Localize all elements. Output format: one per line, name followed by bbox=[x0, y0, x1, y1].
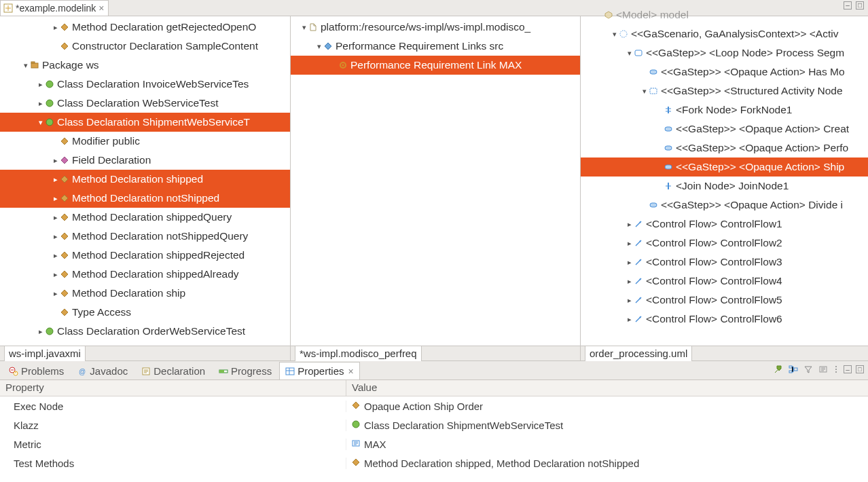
right-pane-tab[interactable]: order_processing.uml bbox=[585, 346, 692, 361]
tree-row[interactable]: ▾<<GaScenario, GaAnalysisContext>> <Acti… bbox=[581, 24, 868, 43]
property-row[interactable]: MetricMAX bbox=[0, 434, 868, 453]
tree-row-label: Package ws bbox=[42, 59, 99, 71]
tree-row[interactable]: ▾Class Declaration ShipmentWebServiceT bbox=[0, 113, 290, 132]
tree-row[interactable]: ▸<Control Flow> ControlFlow1 bbox=[581, 215, 868, 234]
chevron-down-icon[interactable]: ▾ bbox=[300, 23, 308, 32]
property-row[interactable]: Exec NodeOpaque Action Ship Order bbox=[0, 396, 868, 415]
chevron-right-icon[interactable]: ▸ bbox=[626, 277, 634, 286]
chevron-down-icon[interactable]: ▾ bbox=[22, 61, 30, 70]
chevron-down-icon[interactable]: ▾ bbox=[315, 42, 323, 51]
chevron-right-icon[interactable]: ▸ bbox=[37, 99, 45, 108]
chevron-right-icon[interactable]: ▸ bbox=[626, 296, 634, 305]
properties-body[interactable]: Exec NodeOpaque Action Ship OrderKlazzCl… bbox=[0, 396, 868, 482]
chevron-right-icon[interactable]: ▸ bbox=[37, 327, 45, 336]
tree-row[interactable]: <<GaStep>> <Opaque Action> Creat bbox=[581, 119, 868, 138]
tree-row[interactable]: ▸<Control Flow> ControlFlow4 bbox=[581, 272, 868, 291]
chevron-down-icon[interactable]: ▾ bbox=[37, 118, 45, 127]
tree-row[interactable]: ▸Field Declaration bbox=[0, 151, 290, 170]
tree-row[interactable]: ▾Performance Requirement Links src bbox=[291, 37, 580, 56]
tree-row[interactable]: ▸Class Declaration InvoiceWebServiceTes bbox=[0, 75, 290, 94]
chevron-right-icon[interactable]: ▸ bbox=[52, 213, 60, 222]
property-row[interactable]: Test MethodsMethod Declaration shipped, … bbox=[0, 453, 868, 472]
tree-row[interactable]: ▸<Control Flow> ControlFlow3 bbox=[581, 253, 868, 272]
tree-row[interactable]: Constructor Declaration SampleContent bbox=[0, 37, 290, 56]
tree-row[interactable]: ▸Method Declaration notShippedQuery bbox=[0, 227, 290, 246]
chevron-right-icon[interactable]: ▸ bbox=[626, 258, 634, 267]
method-icon bbox=[60, 22, 69, 32]
tree-row[interactable]: ▾Package ws bbox=[0, 56, 290, 75]
join-icon bbox=[664, 181, 673, 191]
tree-row[interactable]: ▸Class Declaration OrderWebServiceTest bbox=[0, 322, 290, 341]
chevron-down-icon[interactable]: ▾ bbox=[626, 49, 634, 58]
tree-row[interactable]: ▸Method Declaration notShipped bbox=[0, 189, 290, 208]
tree-row[interactable]: <Model> model bbox=[581, 5, 868, 24]
view-tab-progress[interactable]: Progress bbox=[213, 362, 278, 379]
tree-row[interactable]: <<GaStep>> <Opaque Action> Has Mo bbox=[581, 62, 868, 81]
left-tree[interactable]: ▸Method Declaration getRejectedOpenOCons… bbox=[0, 16, 290, 346]
tree-row[interactable]: ▾<<GaStep>> <Loop Node> Process Segm bbox=[581, 43, 868, 62]
tree-row[interactable]: Performance Requirement Link MAX bbox=[291, 56, 580, 75]
chevron-right-icon[interactable]: ▸ bbox=[52, 251, 60, 260]
left-pane-tab[interactable]: ws-impl.javaxmi bbox=[4, 346, 86, 361]
editor-tab-example-modelink[interactable]: *example.modelink × bbox=[0, 0, 109, 16]
chevron-down-icon[interactable]: ▾ bbox=[640, 87, 649, 96]
chevron-right-icon[interactable]: ▸ bbox=[52, 194, 60, 203]
tree-row-label: Modifier public bbox=[72, 135, 140, 147]
middle-pane-tab[interactable]: *ws-impl.modisco_perfreq bbox=[295, 346, 422, 361]
right-tree[interactable]: <Model> model▾<<GaScenario, GaAnalysisCo… bbox=[581, 4, 868, 346]
property-value[interactable]: Method Declaration shipped, Method Decla… bbox=[346, 458, 639, 469]
chevron-right-icon[interactable]: ▸ bbox=[626, 220, 634, 229]
property-value[interactable]: Opaque Action Ship Order bbox=[346, 401, 483, 412]
tree-mode-icon[interactable] bbox=[788, 364, 799, 375]
maximize-view-icon[interactable]: □ bbox=[856, 365, 864, 373]
chevron-right-icon[interactable]: ▸ bbox=[626, 239, 634, 248]
view-tab-declaration[interactable]: Declaration bbox=[135, 362, 211, 379]
tree-row[interactable]: ▸Method Declaration shippedAlready bbox=[0, 265, 290, 284]
tree-row[interactable]: ▸<Control Flow> ControlFlow2 bbox=[581, 234, 868, 253]
tree-row[interactable]: ▸Method Declaration ship bbox=[0, 284, 290, 303]
tree-row[interactable]: ▾platform:/resource/ws-impl/ws-impl.modi… bbox=[291, 18, 580, 37]
close-icon[interactable]: × bbox=[348, 366, 354, 377]
tree-row[interactable]: <<GaStep>> <Opaque Action> Perfo bbox=[581, 138, 868, 157]
chevron-right-icon[interactable]: ▸ bbox=[52, 289, 60, 298]
editor-area: ▸Method Declaration getRejectedOpenOCons… bbox=[0, 16, 868, 361]
chevron-right-icon[interactable]: ▸ bbox=[52, 175, 60, 184]
property-value[interactable]: MAX bbox=[346, 439, 386, 450]
chevron-right-icon[interactable]: ▸ bbox=[52, 156, 60, 165]
minimize-view-icon[interactable]: – bbox=[844, 365, 852, 373]
view-tab-properties[interactable]: Properties× bbox=[279, 362, 360, 379]
tree-row[interactable]: <<GaStep>> <Opaque Action> Ship bbox=[581, 157, 868, 177]
tree-row[interactable]: ▸Method Declaration shippedQuery bbox=[0, 208, 290, 227]
chevron-down-icon[interactable]: ▾ bbox=[611, 30, 619, 39]
view-menu-icon[interactable] bbox=[833, 364, 839, 375]
col-value[interactable]: Value bbox=[346, 380, 382, 396]
tree-row[interactable]: ▸<Control Flow> ControlFlow5 bbox=[581, 291, 868, 310]
tree-row[interactable]: Modifier public bbox=[0, 132, 290, 151]
property-row[interactable]: KlazzClass Declaration ShipmentWebServic… bbox=[0, 415, 868, 434]
filter-icon[interactable] bbox=[803, 364, 814, 375]
view-tab-javadoc[interactable]: @Javadoc bbox=[71, 362, 134, 379]
tree-row[interactable]: ▸Method Declaration shipped bbox=[0, 170, 290, 189]
tree-row[interactable]: ▸Method Declaration getRejectedOpenO bbox=[0, 18, 290, 37]
chevron-right-icon[interactable]: ▸ bbox=[52, 270, 60, 279]
chevron-right-icon[interactable]: ▸ bbox=[52, 23, 60, 32]
view-tab-problems[interactable]: Problems bbox=[3, 362, 70, 379]
property-value[interactable]: Class Declaration ShipmentWebServiceTest bbox=[346, 420, 563, 431]
tree-row[interactable]: ▸Class Declaration WebServiceTest bbox=[0, 94, 290, 113]
tree-row[interactable]: Type Access bbox=[0, 303, 290, 322]
chevron-right-icon[interactable]: ▸ bbox=[37, 80, 45, 89]
chevron-right-icon[interactable]: ▸ bbox=[626, 315, 634, 324]
tree-row-label: <Control Flow> ControlFlow6 bbox=[646, 313, 782, 325]
close-icon[interactable]: × bbox=[98, 3, 104, 13]
tree-row[interactable]: <Join Node> JoinNode1 bbox=[581, 177, 868, 196]
tree-row[interactable]: <<GaStep>> <Opaque Action> Divide i bbox=[581, 196, 868, 215]
tree-row[interactable]: <Fork Node> ForkNode1 bbox=[581, 100, 868, 119]
tree-row[interactable]: ▾<<GaStep>> <Structured Activity Node bbox=[581, 81, 868, 100]
col-property[interactable]: Property bbox=[0, 380, 346, 396]
pin-icon[interactable] bbox=[773, 364, 784, 375]
chevron-right-icon[interactable]: ▸ bbox=[52, 232, 60, 241]
middle-tree[interactable]: ▾platform:/resource/ws-impl/ws-impl.modi… bbox=[291, 16, 580, 346]
tree-row[interactable]: ▸<Control Flow> ControlFlow6 bbox=[581, 310, 868, 329]
restore-defaults-icon[interactable] bbox=[818, 364, 829, 375]
tree-row[interactable]: ▸Method Declaration shippedRejected bbox=[0, 246, 290, 265]
